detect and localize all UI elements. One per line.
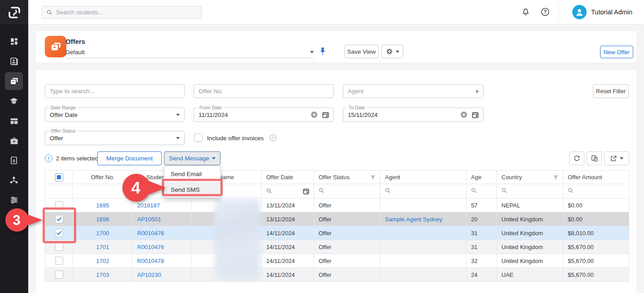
avatar[interactable] — [572, 5, 587, 19]
filter-cell-offer_date[interactable] — [262, 184, 314, 198]
column-chooser-button[interactable] — [587, 151, 602, 165]
clear-icon[interactable] — [311, 111, 318, 118]
global-search[interactable] — [42, 6, 202, 19]
to-date-field[interactable]: To Date 15/11/2024 — [343, 108, 484, 122]
cell-offer_status: Offer — [314, 226, 380, 240]
offer_no-link[interactable]: 1695 — [96, 202, 109, 209]
sidebar-item-invoices[interactable]: $ — [5, 151, 23, 169]
column-header-age[interactable]: Age — [467, 171, 497, 184]
filter-funnel-icon[interactable] — [553, 175, 558, 180]
filter-cell-agent[interactable] — [380, 184, 467, 198]
sidebar-item-courses[interactable] — [5, 92, 23, 110]
column-header-country[interactable]: Country — [497, 171, 563, 184]
offers-icon — [9, 77, 19, 86]
offer_no-link[interactable]: 1701 — [96, 244, 109, 250]
filter-cell-offer_status[interactable] — [314, 184, 380, 198]
filter-cell-country[interactable] — [497, 184, 563, 198]
view-selector[interactable]: Default — [65, 47, 314, 58]
offers-table: Offer No.Student No.NameOffer DateOffer … — [45, 170, 629, 282]
save-view-button[interactable]: Save View — [344, 45, 379, 58]
pin-view-button[interactable] — [319, 47, 326, 58]
include-offer-invoices-label: Include offer invoices — [207, 135, 264, 142]
column-header-offer_status[interactable]: Offer Status — [314, 171, 380, 184]
filter-cell-age[interactable] — [467, 184, 497, 198]
sidebar-item-students[interactable] — [5, 52, 23, 70]
applications-icon — [9, 116, 19, 126]
cell-country: United Kingdom — [497, 212, 563, 226]
cell-offer_amount: $5,670.00 — [563, 268, 629, 282]
gear-icon — [386, 48, 393, 55]
new-offer-button[interactable]: New Offer — [600, 46, 633, 58]
sidebar-item-settings[interactable] — [5, 191, 23, 209]
student_no-link[interactable]: R0010476 — [137, 244, 164, 250]
menu-item-send-sms[interactable]: Send SMS — [164, 182, 220, 198]
student_no-link[interactable]: R0010478 — [137, 258, 164, 264]
calendar-icon[interactable] — [472, 112, 479, 118]
menu-item-send-email[interactable]: Send Email — [164, 166, 220, 182]
notifications-button[interactable] — [521, 7, 530, 18]
row-checkbox[interactable] — [55, 201, 63, 209]
student_no-link[interactable]: AP10230 — [137, 271, 161, 278]
cell-offer_amount: $8,010.00 — [563, 226, 629, 240]
filter-cell-offer_amount[interactable] — [563, 184, 629, 198]
row-checkbox[interactable] — [55, 243, 63, 251]
row-checkbox[interactable] — [55, 271, 63, 279]
student_no-link[interactable]: AP10501 — [137, 216, 161, 223]
include-offer-invoices-checkbox[interactable] — [194, 134, 203, 142]
export-button[interactable] — [604, 151, 629, 165]
svg-text:?: ? — [544, 9, 546, 14]
calendar-icon[interactable] — [322, 112, 329, 118]
student_no-link[interactable]: R0010476 — [137, 230, 164, 237]
date-range-select[interactable]: Date Range Offer Date — [45, 108, 185, 122]
sidebar-item-partners[interactable] — [5, 171, 23, 189]
send-message-button[interactable]: Send Message — [164, 151, 220, 165]
sidebar-item-applications[interactable] — [5, 112, 23, 130]
cell-offer_date: 14/11/2024 — [262, 240, 314, 254]
sidebar: $ — [0, 0, 28, 293]
reset-filter-button[interactable]: Reset Filter — [593, 84, 629, 98]
merge-document-button[interactable]: Merge Document — [97, 151, 162, 165]
calendar-icon[interactable] — [303, 188, 309, 194]
agent-filter-select[interactable]: Agent — [343, 84, 484, 98]
cell-offer_date: 13/11/2024 — [262, 198, 314, 212]
select-all-checkbox[interactable] — [55, 173, 63, 181]
user-name[interactable]: Tutorial Admin — [591, 9, 632, 16]
grid-search-input[interactable] — [45, 84, 185, 98]
sidebar-item-services[interactable] — [5, 132, 23, 150]
sidebar-item-offers[interactable] — [5, 72, 23, 90]
row-checkbox[interactable] — [55, 229, 63, 237]
refresh-button[interactable] — [569, 151, 584, 165]
column-header-offer_date[interactable]: Offer Date — [262, 171, 314, 184]
send-message-menu: Send Email Send SMS — [164, 166, 220, 198]
offer_no-link[interactable]: 1702 — [96, 258, 109, 264]
brand-logo-icon — [7, 5, 22, 20]
column-header-agent[interactable]: Agent — [380, 171, 467, 184]
offer_no-link[interactable]: 1696 — [96, 216, 109, 223]
settings-sliders-icon — [9, 195, 19, 205]
help-button[interactable]: ? — [540, 7, 550, 18]
offer_no-link[interactable]: 1703 — [96, 271, 109, 278]
row-checkbox[interactable] — [55, 215, 63, 223]
column-header-offer_amount[interactable]: Offer Amount — [563, 171, 629, 184]
table-row: 1702R001047814/11/2024Offer32United King… — [45, 254, 629, 268]
chevron-down-icon — [310, 51, 314, 53]
agent-link[interactable]: Sample Agent Sydney — [385, 216, 442, 223]
bell-icon — [521, 7, 530, 16]
column-header-offer_no[interactable]: Offer No. — [73, 171, 133, 184]
clear-icon[interactable] — [460, 111, 467, 118]
table-header-row: Offer No.Student No.NameOffer DateOffer … — [45, 171, 629, 184]
app-logo[interactable] — [0, 0, 28, 25]
student_no-link[interactable]: 2018187 — [137, 202, 160, 209]
offer_no-link[interactable]: 1700 — [96, 230, 109, 237]
cell-country: NEPAL — [497, 198, 563, 212]
offer-status-select[interactable]: Offer Status Offer — [45, 131, 185, 145]
offer-no-filter-input[interactable] — [194, 84, 334, 98]
cell-student_no: 2018187 — [133, 198, 191, 212]
search-students-input[interactable] — [56, 9, 197, 16]
cell-offer_amount: $5,670.00 — [563, 240, 629, 254]
view-settings-button[interactable] — [381, 45, 403, 58]
from-date-field[interactable]: From Date 11/11/2024 — [194, 108, 334, 122]
row-checkbox[interactable] — [55, 257, 63, 265]
sidebar-item-dashboard[interactable] — [5, 32, 23, 50]
filter-funnel-icon[interactable] — [370, 175, 376, 180]
